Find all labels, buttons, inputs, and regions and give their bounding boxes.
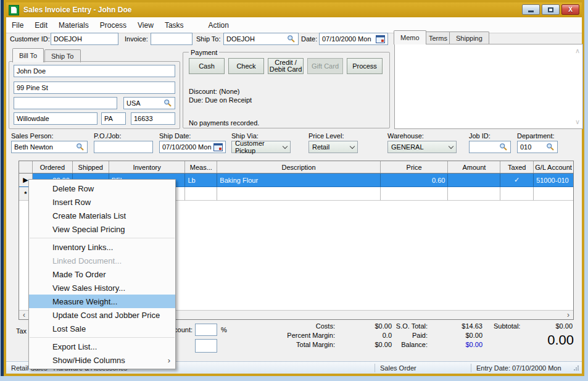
costs-label: Costs: xyxy=(255,322,335,330)
close-button[interactable]: X xyxy=(561,4,579,15)
cell-meas[interactable] xyxy=(185,187,217,201)
restore-button[interactable] xyxy=(542,4,560,15)
ship-to-field[interactable]: DOEJOH xyxy=(223,33,299,45)
address-name-field[interactable]: John Doe xyxy=(14,65,175,77)
restore-icon xyxy=(548,7,553,12)
ctx-show-hide-columns-label: Show/Hide Columns xyxy=(52,356,125,365)
sales-person-field[interactable]: Beth Newton xyxy=(11,141,88,153)
minimize-button[interactable] xyxy=(522,4,540,15)
taxed-check-icon[interactable]: ✓ xyxy=(500,174,534,187)
credit-debit-button[interactable]: Credit / Debit Card xyxy=(268,58,304,74)
gift-card-button[interactable]: Gift Card xyxy=(307,58,343,74)
title-bar[interactable]: Sales Invoice Entry - John Doe X xyxy=(6,2,582,17)
grid-header-shipped[interactable]: Shipped xyxy=(73,161,109,173)
calendar-icon[interactable] xyxy=(376,35,385,43)
scroll-down-icon[interactable]: ∨ xyxy=(575,118,580,126)
status-middle: Sales Order xyxy=(375,362,471,374)
grid-header-price[interactable]: Price xyxy=(381,161,449,173)
ctx-show-hide-columns[interactable]: Show/Hide Columns › xyxy=(29,353,175,367)
address-country-field[interactable]: USA xyxy=(123,97,175,109)
ship-to-lookup-icon[interactable] xyxy=(287,35,296,43)
ctx-delete-row[interactable]: Delete Row xyxy=(29,182,175,195)
tab-shipping[interactable]: Shipping xyxy=(449,31,489,44)
menu-materials[interactable]: Materials xyxy=(53,19,94,32)
cell-gl-account[interactable] xyxy=(534,187,573,201)
ctx-export-list[interactable]: Export List... xyxy=(29,340,175,353)
cell-amount[interactable] xyxy=(448,187,500,201)
grid-header-meas[interactable]: Meas... xyxy=(185,161,217,173)
memo-textarea[interactable]: ∧ ∨ xyxy=(394,44,583,129)
grid-header-ordered[interactable]: Ordered xyxy=(33,161,73,173)
warehouse-select[interactable]: GENERAL xyxy=(387,141,457,153)
po-job-label: P.O./Job: xyxy=(94,132,121,140)
menu-action[interactable]: Action xyxy=(203,19,234,32)
price-level-select[interactable]: Retail xyxy=(308,141,358,153)
grid-header-marker xyxy=(19,161,33,173)
cell-description[interactable]: Baking Flour xyxy=(217,174,380,187)
menu-bar: File Edit Materials Process View Tasks A… xyxy=(6,17,582,33)
tab-bill-to[interactable]: Bill To xyxy=(12,48,44,62)
ship-date-calendar-icon[interactable] xyxy=(213,143,223,151)
cell-price[interactable] xyxy=(381,187,449,201)
customer-id-field[interactable]: DOEJOH xyxy=(51,33,118,45)
job-id-lookup-icon[interactable] xyxy=(499,143,508,151)
ctx-update-cost-jobber-price[interactable]: Update Cost and Jobber Price xyxy=(29,308,175,322)
menu-edit[interactable]: Edit xyxy=(29,19,53,32)
resize-grip[interactable] xyxy=(573,365,579,371)
cell-gl-account[interactable]: 51000-010 xyxy=(534,174,573,187)
check-button[interactable]: Check xyxy=(228,58,264,74)
scroll-up-icon[interactable]: ∧ xyxy=(575,47,580,55)
department-field[interactable]: 010 xyxy=(517,141,558,153)
po-job-field[interactable] xyxy=(94,141,153,153)
tab-memo[interactable]: Memo xyxy=(394,30,426,44)
customer-id-label: Customer ID: xyxy=(10,35,50,43)
ctx-insert-row[interactable]: Insert Row xyxy=(29,195,175,209)
department-lookup-icon[interactable] xyxy=(546,143,555,151)
cash-button[interactable]: Cash xyxy=(189,58,225,74)
cell-price[interactable]: 0.60 xyxy=(381,174,449,187)
address-line3-field[interactable] xyxy=(14,97,117,109)
tab-ship-to[interactable]: Ship To xyxy=(44,49,81,62)
discount-percent-field[interactable] xyxy=(195,324,217,336)
menu-file[interactable]: File xyxy=(6,19,29,32)
grid-header-taxed[interactable]: Taxed xyxy=(500,161,534,173)
date-field[interactable]: 07/10/2000 Mon xyxy=(319,33,388,45)
grid-header-inventory[interactable]: Inventory xyxy=(109,161,186,173)
ship-via-select[interactable]: Customer Pickup xyxy=(231,141,291,153)
ctx-measure-weight[interactable]: Measure Weight... xyxy=(29,295,175,308)
cell-amount[interactable] xyxy=(448,174,500,187)
grid-header-gl-account[interactable]: G/L Account xyxy=(534,161,573,173)
ctx-inventory-links[interactable]: Inventory Links... xyxy=(29,240,175,254)
menu-tasks[interactable]: Tasks xyxy=(159,19,189,32)
percent-margin-label: Percent Margin: xyxy=(255,332,335,339)
paid-value: $0.00 xyxy=(433,332,482,339)
cell-description[interactable] xyxy=(217,187,380,201)
ctx-view-special-pricing[interactable]: View Special Pricing xyxy=(29,222,175,236)
sales-person-lookup-icon[interactable] xyxy=(76,143,85,151)
ctx-lost-sale[interactable]: Lost Sale xyxy=(29,322,175,335)
chevron-down-icon xyxy=(283,143,288,148)
process-button[interactable]: Process xyxy=(347,58,383,74)
grid-header-amount[interactable]: Amount xyxy=(448,161,500,173)
address-street-field[interactable]: 99 Pine St xyxy=(14,82,175,94)
invoice-field[interactable] xyxy=(151,33,193,45)
menu-process[interactable]: Process xyxy=(94,19,132,32)
tax-label: Tax xyxy=(16,327,27,335)
grid-header-description[interactable]: Description xyxy=(217,161,380,173)
scroll-left-icon[interactable]: ‹ xyxy=(19,311,29,319)
discount-amount-field[interactable] xyxy=(195,339,217,353)
ship-date-field[interactable]: 07/10/2000 Mon xyxy=(159,141,226,153)
job-id-field[interactable] xyxy=(469,141,511,153)
address-state-field[interactable]: PA xyxy=(101,112,126,125)
menu-view[interactable]: View xyxy=(132,19,159,32)
scroll-right-icon[interactable]: › xyxy=(563,311,573,319)
ctx-view-sales-history[interactable]: View Sales History... xyxy=(29,281,175,295)
country-lookup-icon[interactable] xyxy=(164,99,172,107)
cell-meas[interactable]: Lb xyxy=(185,174,217,187)
address-zip-field[interactable]: 16633 xyxy=(131,112,175,125)
ctx-create-materials-list[interactable]: Create Materials List xyxy=(29,209,175,222)
address-city-field[interactable]: Willowdale xyxy=(14,112,97,125)
cell-taxed[interactable] xyxy=(500,187,534,201)
close-icon: X xyxy=(568,6,573,13)
ctx-made-to-order[interactable]: Made To Order xyxy=(29,267,175,281)
